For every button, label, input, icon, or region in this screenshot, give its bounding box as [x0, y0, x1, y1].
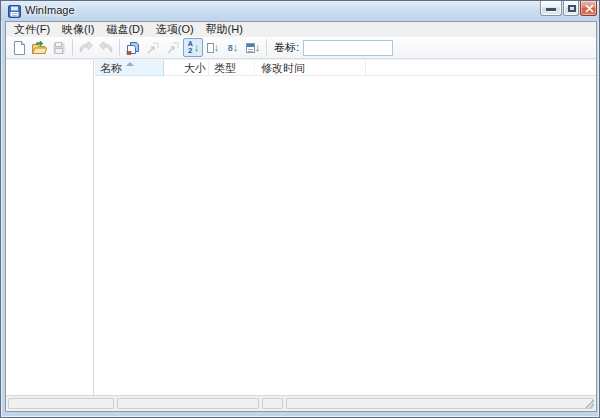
- menu-help[interactable]: 帮助(H): [200, 21, 249, 38]
- inject-arrow-icon: [98, 40, 114, 56]
- winimage-app-icon: [8, 5, 21, 18]
- change-size-button[interactable]: [163, 38, 183, 57]
- sort-by-extension-button[interactable]: ↓: [203, 38, 223, 57]
- volume-label-input[interactable]: [303, 40, 393, 56]
- add-files-button[interactable]: [123, 38, 143, 57]
- list-header: 名称 大小 类型 修改时间: [95, 60, 596, 76]
- minimize-button[interactable]: [540, 1, 562, 16]
- menu-disk[interactable]: 磁盘(D): [100, 21, 149, 38]
- sort-ascending-arrow-icon: [126, 62, 134, 66]
- sort-by-name-button[interactable]: A 2 ↓: [183, 38, 203, 57]
- column-header-name[interactable]: 名称: [95, 60, 164, 76]
- close-button[interactable]: [580, 1, 597, 16]
- content-area: 名称 大小 类型 修改时间: [6, 60, 596, 395]
- status-panel: [262, 398, 283, 409]
- extract-files-button[interactable]: [76, 38, 96, 57]
- status-panel: [286, 398, 593, 409]
- sort-by-date-icon: [246, 43, 255, 53]
- toolbar: A 2 ↓ ↓ 8 ↓ ↓ 卷标:: [6, 37, 596, 59]
- open-image-button[interactable]: [29, 38, 49, 57]
- change-format-icon: [145, 40, 161, 56]
- save-image-button[interactable]: [49, 38, 69, 57]
- close-icon: [585, 4, 594, 13]
- resize-grip[interactable]: [584, 398, 596, 410]
- toolbar-separator: [72, 39, 73, 56]
- toolbar-separator: [119, 39, 120, 56]
- column-header-modified[interactable]: 修改时间: [256, 60, 366, 76]
- inject-files-button[interactable]: [96, 38, 116, 57]
- column-header-size[interactable]: 大小: [165, 60, 209, 76]
- statusbar: [6, 395, 596, 411]
- menu-file[interactable]: 文件(F): [8, 21, 56, 38]
- sort-by-date-button[interactable]: ↓: [243, 38, 263, 57]
- green-down-arrow-icon: ↓: [214, 41, 220, 54]
- menubar: 文件(F) 映像(I) 磁盘(D) 选项(O) 帮助(H): [6, 22, 596, 37]
- maximize-button[interactable]: [563, 1, 579, 16]
- maximize-icon: [568, 5, 576, 12]
- file-list-body[interactable]: [95, 77, 596, 395]
- panel-splitter[interactable]: [92, 60, 94, 395]
- extract-arrow-icon: [78, 40, 94, 56]
- window-title: WinImage: [25, 4, 75, 16]
- sort-by-extension-icon: [207, 43, 214, 53]
- new-document-icon: [11, 40, 27, 56]
- add-files-icon: [125, 40, 141, 56]
- winimage-window: WinImage 文件(F) 映像(I) 磁盘(D) 选项(O) 帮助(H): [0, 0, 600, 418]
- menu-image[interactable]: 映像(I): [56, 21, 100, 38]
- sort-by-name-icon: A 2: [187, 41, 194, 54]
- open-folder-icon: [31, 40, 47, 56]
- save-floppy-icon: [51, 40, 67, 56]
- status-panel: [117, 398, 259, 409]
- file-list-panel: 名称 大小 类型 修改时间: [95, 60, 596, 395]
- green-down-arrow-icon: ↓: [233, 41, 239, 54]
- volume-label: 卷标:: [274, 40, 299, 55]
- sort-by-size-button[interactable]: 8 ↓: [223, 38, 243, 57]
- green-down-arrow-icon: ↓: [194, 41, 200, 54]
- column-header-type[interactable]: 类型: [210, 60, 255, 76]
- change-size-icon: [165, 40, 181, 56]
- toolbar-separator: [266, 39, 267, 56]
- green-down-arrow-icon: ↓: [255, 41, 261, 54]
- change-format-button[interactable]: [143, 38, 163, 57]
- menu-options[interactable]: 选项(O): [150, 21, 200, 38]
- new-image-button[interactable]: [9, 38, 29, 57]
- window-controls: [539, 1, 597, 16]
- minimize-icon: [546, 8, 556, 11]
- status-panel: [8, 398, 114, 409]
- directory-tree-panel[interactable]: [6, 60, 92, 395]
- titlebar: WinImage: [1, 1, 599, 21]
- client-area: 文件(F) 映像(I) 磁盘(D) 选项(O) 帮助(H): [5, 21, 597, 412]
